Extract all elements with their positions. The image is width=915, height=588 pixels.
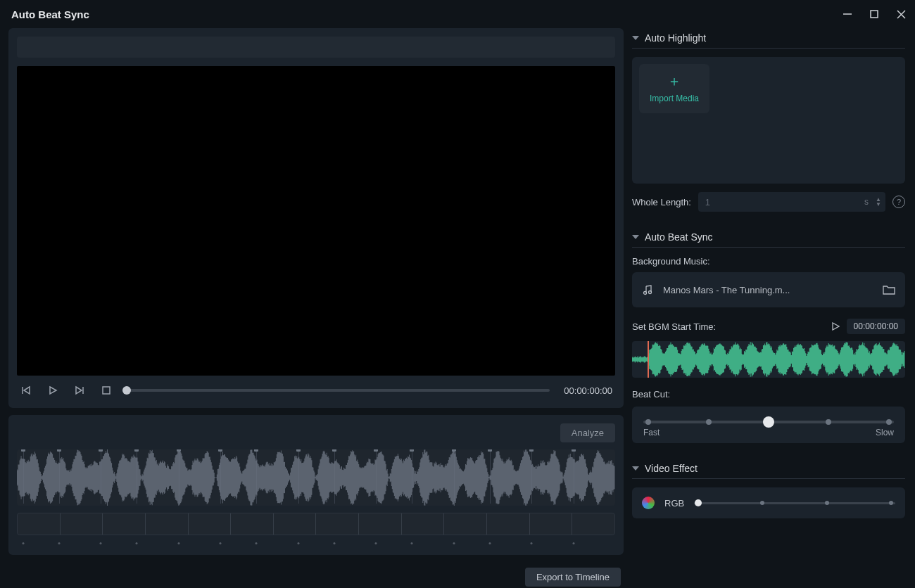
timecode: 00:00:00:00 bbox=[564, 385, 612, 396]
beat-cut-slider-box: Fast Slow bbox=[632, 407, 905, 443]
bgm-file-row: Manos Mars - The Tunning.m... bbox=[632, 272, 905, 307]
main-waveform[interactable] bbox=[17, 449, 615, 506]
maximize-icon[interactable] bbox=[869, 8, 880, 20]
side-panel: Auto Highlight ＋ Import Media Whole Leng… bbox=[632, 28, 907, 580]
bgm-start-time[interactable]: 00:00:00:00 bbox=[847, 319, 905, 334]
import-media-label: Import Media bbox=[650, 94, 699, 103]
effect-rgb-label: RGB bbox=[664, 498, 684, 509]
beat-cut-slow-label: Slow bbox=[876, 428, 894, 437]
minimize-icon[interactable] bbox=[842, 8, 853, 20]
plus-icon: ＋ bbox=[667, 74, 681, 88]
svg-marker-13 bbox=[833, 323, 839, 330]
preview-container: 00:00:00:00 bbox=[8, 28, 624, 408]
caret-down-icon bbox=[632, 235, 639, 239]
beat-cut-fast-label: Fast bbox=[643, 428, 660, 437]
bgm-waveform[interactable] bbox=[632, 341, 905, 378]
transport-bar: 00:00:00:00 bbox=[17, 376, 615, 400]
bgm-track-name: Manos Mars - The Tunning.m... bbox=[663, 285, 873, 295]
section-auto-highlight[interactable]: Auto Highlight bbox=[632, 28, 905, 49]
section-video-effect[interactable]: Video Effect bbox=[632, 459, 905, 479]
play-bgm-icon[interactable] bbox=[831, 322, 840, 331]
bgm-playhead[interactable] bbox=[648, 341, 649, 378]
tick-row bbox=[17, 542, 615, 547]
browse-folder-icon[interactable] bbox=[883, 284, 895, 295]
bgm-label: Background Music: bbox=[632, 256, 905, 267]
window-title: Auto Beat Sync bbox=[8, 8, 89, 20]
media-drop-area[interactable]: ＋ Import Media bbox=[632, 57, 905, 184]
music-note-icon bbox=[642, 284, 653, 295]
window-controls bbox=[842, 8, 907, 20]
svg-rect-1 bbox=[871, 11, 878, 18]
preview-tab-strip[interactable] bbox=[17, 37, 615, 58]
whole-length-label: Whole Length: bbox=[632, 197, 691, 207]
section-title: Auto Highlight bbox=[645, 32, 706, 44]
stop-icon[interactable] bbox=[100, 384, 113, 397]
analyze-button[interactable]: Analyze bbox=[560, 423, 615, 442]
caret-down-icon bbox=[632, 466, 639, 471]
timeline-panel: Analyze bbox=[8, 415, 624, 555]
play-icon[interactable] bbox=[46, 384, 59, 397]
section-auto-beat-sync[interactable]: Auto Beat Sync bbox=[632, 227, 905, 248]
title-bar: Auto Beat Sync bbox=[0, 0, 915, 28]
step-down-icon[interactable]: ▼ bbox=[876, 202, 881, 207]
beat-cut-slider[interactable] bbox=[643, 421, 894, 423]
whole-length-value: 1 bbox=[705, 197, 710, 207]
svg-marker-6 bbox=[50, 387, 56, 394]
section-title: Video Effect bbox=[645, 463, 698, 474]
whole-length-input[interactable]: 1 s ▲▼ bbox=[698, 192, 885, 212]
step-back-icon[interactable] bbox=[20, 384, 32, 397]
segment-track[interactable] bbox=[17, 513, 615, 535]
svg-rect-9 bbox=[103, 387, 110, 394]
close-icon[interactable] bbox=[895, 8, 907, 20]
caret-down-icon bbox=[632, 36, 639, 40]
seek-slider[interactable] bbox=[127, 389, 550, 392]
rgb-icon bbox=[642, 497, 655, 509]
section-title: Auto Beat Sync bbox=[645, 231, 713, 243]
import-media-button[interactable]: ＋ Import Media bbox=[639, 64, 709, 113]
export-to-timeline-button[interactable]: Export to Timeline bbox=[525, 568, 621, 587]
whole-length-unit: s bbox=[864, 197, 869, 207]
step-forward-icon[interactable] bbox=[73, 384, 86, 397]
stepper[interactable]: ▲▼ bbox=[876, 197, 881, 207]
seek-thumb[interactable] bbox=[122, 386, 131, 395]
bgm-start-label: Set BGM Start Time: bbox=[632, 321, 716, 332]
effect-rgb-thumb[interactable] bbox=[695, 499, 702, 506]
beat-cut-label: Beat Cut: bbox=[632, 389, 905, 400]
preview-pane: 00:00:00:00 Analyze bbox=[8, 28, 624, 580]
help-icon[interactable]: ? bbox=[892, 196, 905, 208]
svg-marker-5 bbox=[24, 387, 30, 394]
svg-marker-8 bbox=[76, 387, 82, 394]
effect-rgb-row: RGB bbox=[632, 487, 905, 518]
svg-point-10 bbox=[649, 291, 652, 294]
effect-rgb-slider[interactable] bbox=[694, 502, 895, 504]
video-preview[interactable] bbox=[17, 66, 615, 376]
beat-cut-thumb[interactable] bbox=[763, 416, 774, 428]
